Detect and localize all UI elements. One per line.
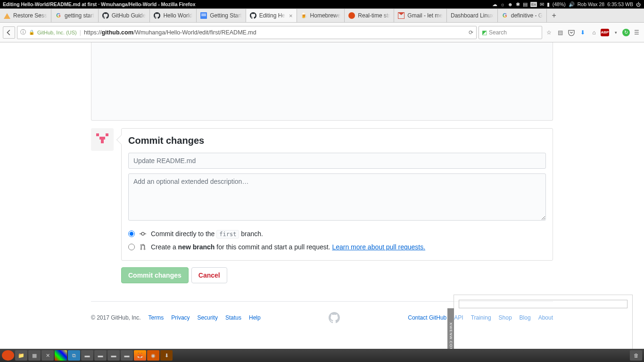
library-icon[interactable]: ▤	[555, 28, 565, 37]
commit-direct-option[interactable]: Commit directly to the first branch.	[128, 227, 546, 240]
commit-direct-label: Commit directly to the first branch.	[151, 230, 263, 238]
start-button[interactable]	[2, 350, 14, 361]
tray-icon[interactable]: ✱	[516, 1, 520, 7]
tab-getting-started[interactable]: Ggetting start	[51, 9, 99, 22]
sound-icon[interactable]: 🔊	[569, 1, 575, 8]
github-logo-icon[interactable]	[329, 312, 340, 323]
battery-icon[interactable]: ▮	[547, 1, 550, 7]
github-icon	[102, 12, 109, 19]
url-bar[interactable]: ⓘ 🔒 GitHub, Inc. (US) | https://github.c…	[17, 26, 477, 39]
tab-definitive[interactable]: Gdefinitive - G	[498, 9, 547, 22]
taskbar-files-icon[interactable]: 📁	[15, 350, 27, 361]
footer-link-terms[interactable]: Terms	[149, 314, 164, 321]
tab-gmail[interactable]: Gmail - let me	[394, 9, 447, 22]
copyright: © 2017 GitHub, Inc.	[91, 314, 141, 321]
shutdown-icon[interactable]: ⏻	[636, 1, 641, 7]
commit-box: Commit changes Commit directly to the fi…	[121, 128, 553, 261]
homebrew-icon: 🍺	[301, 12, 307, 19]
radio-commit-direct[interactable]	[128, 230, 135, 237]
commit-newbranch-option[interactable]: Create a new branch for this commit and …	[128, 240, 546, 254]
dropdown-icon[interactable]: ▾	[611, 28, 620, 37]
github-icon	[154, 12, 160, 19]
mail-icon[interactable]: ✉	[540, 1, 544, 7]
taskbar-trash-icon[interactable]: 🗑	[630, 350, 642, 361]
commit-changes-button[interactable]: Commit changes	[121, 267, 189, 283]
clock: 6:35:53 WB	[607, 1, 633, 7]
downloads-icon[interactable]: ⬇	[578, 28, 587, 37]
hamburger-menu-icon[interactable]: ☰	[632, 28, 641, 37]
taskbar-app-icon[interactable]: ⧉	[68, 350, 80, 361]
back-button[interactable]	[3, 26, 15, 39]
messages-icon[interactable]: ▤	[523, 1, 528, 7]
keyboard-icon[interactable]: En	[530, 2, 537, 7]
browser-navbar: ⓘ 🔒 GitHub, Inc. (US) | https://github.c…	[0, 23, 644, 42]
pull-request-icon	[140, 244, 146, 250]
info-icon[interactable]: ⓘ	[20, 28, 26, 36]
google-icon: G	[55, 12, 62, 19]
taskbar-app-icon[interactable]: ▦	[28, 350, 41, 361]
refresh-icon[interactable]: ⟳	[469, 29, 473, 36]
warning-icon	[4, 12, 10, 19]
search-box[interactable]: ◩ Search	[479, 26, 542, 39]
tray-icon[interactable]: ☼	[500, 1, 505, 7]
user-label[interactable]: Rob Wax 28	[578, 1, 604, 7]
browser-tabstrip: Restore Sess Ggetting start GitHub Guide…	[0, 8, 644, 23]
commit-description-input[interactable]	[128, 173, 546, 221]
page-content: Commit changes Commit directly to the fi…	[0, 42, 644, 349]
home-icon[interactable]: ⌂	[589, 28, 599, 37]
footer-link-contact[interactable]: Contact GitHub	[408, 314, 446, 321]
os-taskbar: 📁 ▦ ✕ ⧉ ▬ ▬ ▬ ▬ 🦊 ◉ ⬇ 🗑	[0, 349, 644, 362]
taskbar-app-icon[interactable]: ⬇	[160, 350, 173, 361]
tab-github-guide[interactable]: GitHub Guide	[99, 9, 150, 22]
tab-hello-world[interactable]: Hello World	[150, 9, 197, 22]
taskbar-app-icon[interactable]: ◉	[147, 350, 159, 361]
cancel-button[interactable]: Cancel	[191, 267, 227, 283]
user-avatar	[91, 128, 114, 151]
ubuntu-icon	[348, 12, 355, 19]
svg-rect-3	[101, 140, 104, 143]
pocket-icon[interactable]	[567, 28, 576, 37]
tab-restore[interactable]: Restore Sess	[0, 9, 51, 22]
gdoc-icon	[200, 12, 207, 19]
system-tray: ☁ ☼ ☻ ✱ ▤ En ✉ ▮ (48%) 🔊 Rob Wax 28 6:35…	[492, 1, 644, 8]
footer-left-links: Terms Privacy Security Status Help	[149, 314, 261, 321]
editor-area[interactable]	[91, 42, 553, 121]
bookmark-star-icon[interactable]: ☆	[544, 28, 553, 37]
taskbar-app-icon[interactable]: ▬	[107, 350, 120, 361]
svg-rect-0	[96, 133, 99, 136]
google-icon: G	[502, 12, 508, 19]
commit-heading: Commit changes	[128, 135, 546, 146]
commit-icon	[140, 230, 146, 237]
tray-icon[interactable]: ☁	[492, 1, 497, 7]
taskbar-app-icon[interactable]	[55, 350, 67, 361]
window-title: Editing Hello-World/README.md at first ·…	[0, 1, 196, 7]
learn-more-link[interactable]: Learn more about pull requests.	[332, 243, 425, 251]
taskbar-app-icon[interactable]: ▬	[94, 350, 107, 361]
adblock-icon[interactable]: ABP	[601, 29, 609, 36]
tab-editing-hello-world[interactable]: Editing He×	[246, 9, 297, 22]
radio-new-branch[interactable]	[128, 244, 135, 250]
gmail-icon	[398, 12, 405, 19]
tab-homebrew[interactable]: 🍺Homebrewe	[297, 9, 345, 22]
os-titlebar: Editing Hello-World/README.md at first ·…	[0, 0, 644, 8]
taskbar-app-icon[interactable]: ▬	[121, 350, 133, 361]
watermark-inner	[459, 300, 627, 308]
identity-label: GitHub, Inc. (US)	[37, 30, 77, 35]
github-icon	[250, 12, 256, 19]
footer-link-privacy[interactable]: Privacy	[171, 314, 190, 321]
tray-icon[interactable]: ☻	[508, 1, 513, 7]
close-tab-icon[interactable]: ×	[289, 12, 293, 19]
tab-realtime[interactable]: Real-time str	[345, 9, 394, 22]
tab-dashboard[interactable]: Dashboard Linux	[447, 9, 498, 22]
footer-link-status[interactable]: Status	[225, 314, 241, 321]
taskbar-app-icon[interactable]: ✕	[41, 350, 54, 361]
footer-link-security[interactable]: Security	[198, 314, 218, 321]
tab-getting-started-doc[interactable]: Getting Start	[197, 9, 246, 22]
extension-icon[interactable]: ↻	[622, 29, 630, 36]
taskbar-firefox-icon[interactable]: 🦊	[134, 350, 146, 361]
taskbar-app-icon[interactable]: ▬	[81, 350, 93, 361]
new-tab-button[interactable]: +	[547, 9, 561, 22]
commit-summary-input[interactable]	[128, 153, 546, 169]
footer-link-help[interactable]: Help	[249, 314, 261, 321]
battery-percent: (48%)	[553, 1, 566, 7]
